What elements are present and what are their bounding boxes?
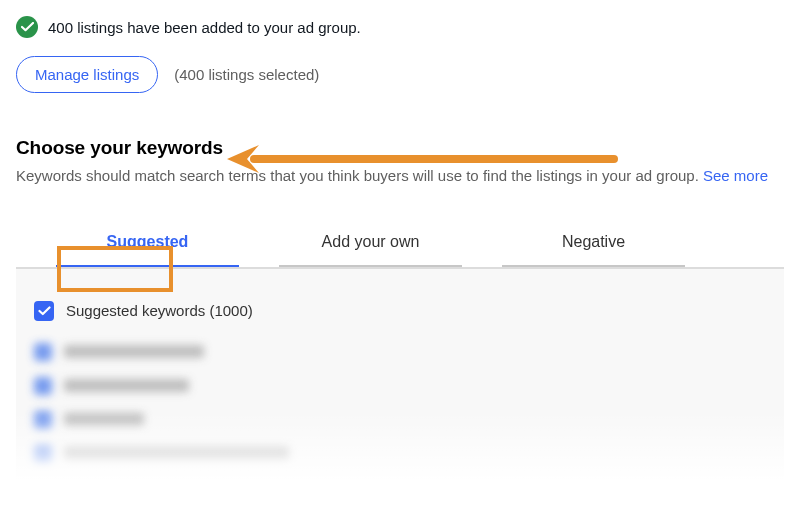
keyword-row-blurred	[34, 403, 766, 437]
keywords-header-label: Suggested keywords (1000)	[66, 302, 253, 319]
select-all-checkbox[interactable]	[34, 301, 54, 321]
keyword-row-blurred	[34, 335, 766, 369]
keywords-header-row: Suggested keywords (1000)	[34, 295, 766, 335]
suggested-keywords-panel: Suggested keywords (1000)	[16, 269, 784, 481]
section-title: Choose your keywords	[16, 137, 784, 159]
success-message: 400 listings have been added to your ad …	[48, 19, 361, 36]
success-check-icon	[16, 16, 38, 38]
keyword-tabs: Suggested Add your own Negative	[16, 223, 784, 267]
section-description-text: Keywords should match search terms that …	[16, 167, 703, 184]
manage-listings-button[interactable]: Manage listings	[16, 56, 158, 93]
tab-negative[interactable]: Negative	[502, 223, 685, 267]
keyword-row-blurred	[34, 369, 766, 403]
see-more-link[interactable]: See more	[703, 167, 768, 184]
tab-add-your-own[interactable]: Add your own	[279, 223, 462, 267]
tab-suggested[interactable]: Suggested	[56, 223, 239, 267]
listings-selected-count: (400 listings selected)	[174, 66, 319, 83]
section-description: Keywords should match search terms that …	[16, 165, 784, 187]
keyword-row-blurred	[34, 437, 766, 471]
